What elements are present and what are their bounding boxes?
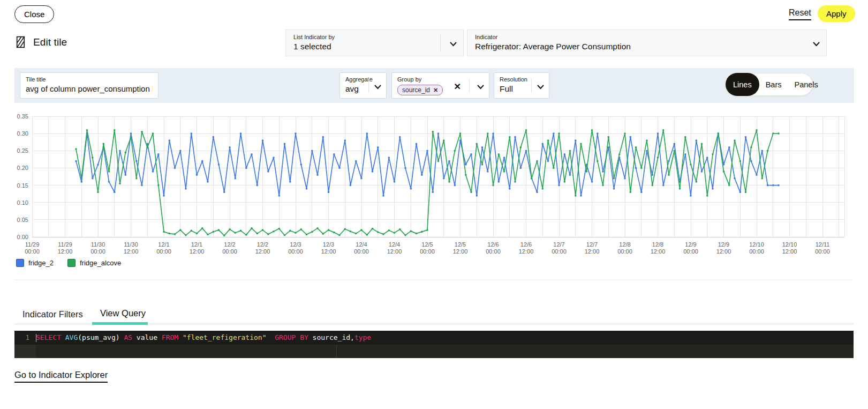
svg-text:0.20: 0.20 [17,165,28,171]
svg-text:0.00: 0.00 [17,234,28,240]
legend-swatch [16,259,24,267]
chart-type-toggle: LinesBarsPanels [725,73,813,96]
svg-text:12/10: 12/10 [749,241,764,248]
svg-text:11/30: 11/30 [124,241,138,248]
chevron-down-icon[interactable] [813,39,820,49]
active-tab-underline [92,322,148,325]
svg-text:12/7: 12/7 [553,241,564,248]
tile-title-label: Tile title [26,76,153,83]
divider [14,280,854,280]
svg-text:11/30: 11/30 [91,241,105,248]
svg-text:00:00: 00:00 [420,248,435,255]
svg-text:12/6: 12/6 [520,241,532,248]
svg-text:00:00: 00:00 [683,248,698,255]
svg-text:12/2: 12/2 [257,241,268,248]
sql-query-text: SELECT AVG(psum_avg) AS value FROM "flee… [36,333,371,342]
svg-text:12/2: 12/2 [224,241,235,248]
svg-text:00:00: 00:00 [815,248,830,255]
edit-tile-header: Edit tile [14,35,67,49]
group-by-label: Group by [397,76,484,83]
svg-text:12/3: 12/3 [323,241,334,248]
indicator-label: Indicator [475,34,819,40]
reset-button[interactable]: Reset [789,8,811,20]
svg-text:0.15: 0.15 [17,182,28,189]
svg-text:12:00: 12:00 [58,248,73,255]
svg-text:12/7: 12/7 [586,241,598,248]
query-line-1[interactable]: 1 SELECT AVG(psum_avg) AS value FROM "fl… [14,331,854,345]
svg-text:12/10: 12/10 [782,241,797,248]
tab-view-query[interactable]: View Query [100,308,146,318]
svg-text:0.25: 0.25 [17,147,28,154]
divider [531,78,532,93]
svg-text:00:00: 00:00 [552,248,567,255]
svg-text:12/5: 12/5 [421,241,433,248]
svg-text:12:00: 12:00 [519,248,534,255]
svg-text:00:00: 00:00 [25,248,40,255]
page-title: Edit tile [33,36,67,48]
svg-text:00:00: 00:00 [617,248,632,255]
apply-button[interactable]: Apply [818,5,855,22]
svg-text:12:00: 12:00 [585,248,600,255]
svg-text:12:00: 12:00 [782,248,797,255]
chip-remove-icon[interactable]: ✕ [433,87,438,94]
svg-text:12/8: 12/8 [619,241,630,248]
gutter [14,345,36,358]
editor-ruler [336,345,337,358]
svg-text:00:00: 00:00 [288,248,303,255]
svg-text:11/29: 11/29 [25,241,40,248]
line-number: 1 [14,334,36,341]
toggle-option-bars[interactable]: Bars [759,73,788,96]
svg-text:00:00: 00:00 [749,248,764,255]
svg-text:12:00: 12:00 [651,248,666,255]
svg-text:12:00: 12:00 [190,248,205,255]
svg-text:12:00: 12:00 [255,248,270,255]
divider [440,35,441,51]
list-indicator-value: 1 selected [293,42,456,51]
svg-text:12/11: 12/11 [816,241,830,248]
svg-text:00:00: 00:00 [486,248,501,255]
toggle-option-panels[interactable]: Panels [788,73,825,96]
svg-text:12:00: 12:00 [453,248,468,255]
chart: 0.000.050.100.150.200.250.300.3511/2900:… [14,111,850,255]
legend-swatch [67,259,76,267]
group-by-dropdown[interactable]: Group by source_id ✕ ✕ [391,72,489,99]
clear-icon[interactable]: ✕ [454,81,461,92]
chevron-down-icon[interactable] [450,39,457,49]
query-editor[interactable]: 1 SELECT AVG(psum_avg) AS value FROM "fl… [14,331,854,358]
svg-text:12/6: 12/6 [487,241,499,248]
svg-text:0.30: 0.30 [17,130,28,137]
chevron-down-icon[interactable] [537,82,544,92]
tile-toolbar: Tile title Aggregate avg Group by source… [14,68,854,103]
query-editor-empty-area[interactable] [14,345,854,358]
indicator-value: Refrigerator: Average Power Consumption [475,42,819,51]
group-by-chip-source-id[interactable]: source_id ✕ [397,85,443,95]
edit-tile-icon [14,35,28,49]
svg-text:12/1: 12/1 [191,241,202,248]
code-area [36,345,854,358]
svg-text:00:00: 00:00 [222,248,237,255]
tile-title-field[interactable]: Tile title [20,72,158,99]
divider [368,78,369,93]
chip-label: source_id [402,86,430,94]
svg-text:00:00: 00:00 [90,248,105,255]
svg-text:0.05: 0.05 [17,217,28,223]
legend-item-fridge_alcove[interactable]: fridge_alcove [67,259,121,267]
svg-text:11/29: 11/29 [58,241,72,248]
chevron-down-icon[interactable] [374,82,381,92]
indicator-dropdown[interactable]: Indicator Refrigerator: Average Power Co… [467,29,827,56]
resolution-dropdown[interactable]: Resolution Full [494,72,549,99]
svg-text:12/4: 12/4 [356,241,367,248]
aggregate-dropdown[interactable]: Aggregate avg [339,72,387,99]
list-indicator-dropdown[interactable]: List Indicator by 1 selected [285,29,464,56]
tile-title-input[interactable] [26,84,153,93]
chevron-down-icon[interactable] [477,82,484,92]
chart-legend: fridge_2fridge_alcove [16,259,121,267]
svg-text:12:00: 12:00 [124,248,139,255]
go-to-indicator-explorer-link[interactable]: Go to Indicator Explorer [14,370,108,383]
tab-indicator-filters[interactable]: Indicator Filters [22,309,83,319]
svg-text:12/1: 12/1 [158,241,169,248]
toggle-option-lines[interactable]: Lines [726,73,759,96]
legend-item-fridge_2[interactable]: fridge_2 [16,259,54,267]
svg-text:12:00: 12:00 [321,248,336,255]
close-button[interactable]: Close [14,5,54,23]
